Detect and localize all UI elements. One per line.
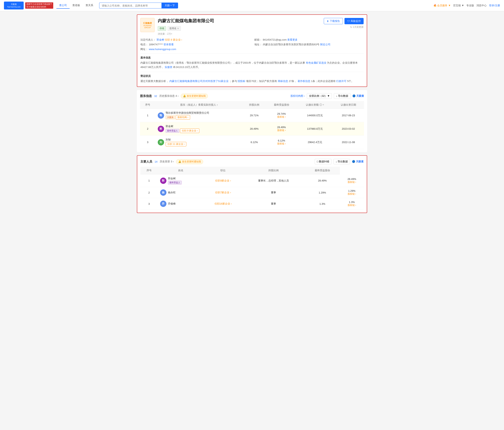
position-cell: 董事长，总经理，其他人员: [242, 174, 305, 187]
nav-tab-company[interactable]: 查公司: [56, 2, 70, 9]
equity-structure-link[interactable]: 股权结构图 ›: [290, 94, 305, 98]
company-card: 汇能集团 HUINENG GROUP 内蒙古汇能煤电集团有限公司 存续 曾用名 …: [137, 14, 367, 87]
nearby-company-link[interactable]: 附近公司: [320, 43, 331, 46]
tag-alias[interactable]: 曾用名 ∨: [168, 26, 181, 31]
history-execs-link[interactable]: 历史高管 3 ›: [160, 160, 174, 163]
nav-link-tools[interactable]: 百宝箱 ▼: [453, 4, 464, 7]
website-link[interactable]: www.huinenggroup.com: [149, 48, 176, 51]
legal-rep-link[interactable]: 郭金树: [157, 38, 164, 41]
copyright-link[interactable]: 著作权信息: [297, 80, 310, 83]
equity-chain-link[interactable]: 股权链 ›: [268, 142, 295, 145]
update-time: ↻ 1天前更新: [350, 26, 364, 29]
personnel-col-final: 最终受益股份: [305, 167, 340, 174]
ratio-filter-btn[interactable]: 全部比例（32）▼: [307, 93, 332, 99]
search-area: 天眼一下: [99, 3, 178, 9]
export-shareholders-btn[interactable]: ↓ 导出数据: [334, 93, 351, 99]
shareholder-cell: 刘 刘智 任职 11 家企业 ›: [158, 138, 240, 146]
row-no: 1: [140, 109, 155, 122]
download-report-btn[interactable]: ⬇ 下载报告: [324, 18, 343, 24]
equity-chain-link[interactable]: 股权链 ›: [268, 115, 295, 119]
personnel-alert-btn[interactable]: 🔔 发生变更时通知我: [176, 159, 203, 164]
nav-tab-boss[interactable]: 查老板: [70, 2, 83, 9]
shareholder-cell: 郭 郭金树 最终受益人 任职 9 家企业 ›: [158, 124, 240, 133]
table-row: 2 杨 杨永旺 任职7家企业 › 董事 1.29% 1.29% 股权链 ›: [140, 187, 364, 198]
jobs-link[interactable]: 任职7家企业 ›: [215, 191, 231, 194]
shareholder-cell: 鄂 鄂尔多斯市华源佳信商贸有限责任公司 大股东 股权结构 ›: [158, 111, 240, 120]
shield-icon: 🛡: [347, 20, 350, 23]
legal-rep-jobs-link[interactable]: 任职 9 家企业 ›: [165, 38, 182, 41]
row-no: 2: [140, 187, 158, 198]
avatar: 乔: [160, 201, 166, 207]
person-cell: 杨 杨永旺: [160, 189, 201, 196]
jobs-link[interactable]: 任职18家企业 ›: [215, 202, 232, 205]
data-correction-btn[interactable]: □ 数据纠错: [315, 159, 332, 164]
company-details: 法定代表人： 郭金树 任职 9 家企业 › 邮箱： 841454721@qq.c…: [140, 38, 364, 51]
shareholder-name[interactable]: 郭金树: [166, 124, 199, 128]
search-input[interactable]: [99, 3, 162, 9]
registered-date: 2022-11-08: [333, 136, 364, 149]
structure-link[interactable]: 股权结构 ›: [176, 115, 190, 120]
personnel-section: 主要人员 14 历史高管 3 › 🔔 发生变更时通知我 □ 数据纠错 ↓ 导出数…: [137, 155, 367, 213]
person-cell: 郭 郭金树 最终受益人: [160, 177, 201, 184]
email-more-link[interactable]: 查看更多: [287, 38, 297, 41]
jobs-link[interactable]: 任职9家企业 ›: [215, 179, 231, 182]
name-badge: 最终受益人: [168, 181, 182, 184]
investment-link[interactable]: 内蒙古汇能煤电集团有限公司共对外投资了51家企业: [169, 80, 229, 83]
position-cell: 董事: [242, 198, 305, 210]
nav-link-messages[interactable]: 消息中心: [477, 4, 487, 7]
shareholder-name[interactable]: 鄂尔多斯市华源佳信商贸有限责任公司: [166, 111, 209, 115]
equity-chain-link[interactable]: 股权链 ›: [342, 203, 361, 207]
position-cell: 董事: [242, 187, 305, 198]
equity-chain-link[interactable]: 股权链 ›: [342, 181, 361, 184]
trademark-link[interactable]: 商标信息: [278, 80, 288, 83]
row-no: 2: [140, 122, 155, 136]
basic-info-section: 基本信息 内蒙古汇能煤电集团有限公司（曾用名：鄂尔多斯市汇能煤业投资有限责任公司…: [140, 53, 364, 69]
row-no: 3: [140, 198, 158, 210]
login-register-btn[interactable]: 登录/注册: [489, 4, 500, 7]
shareholders-section: 股东信息 32 历史股东信息 4 › 🔔 发生变更时通知我 股权结构图 › 全部…: [137, 90, 367, 152]
industry-link[interactable]: 有色金属矿采选业: [306, 61, 326, 64]
structure-link[interactable]: 任职 9 家企业 ›: [180, 129, 199, 133]
ratio-cell: 1.3%: [305, 198, 340, 210]
member-service-btn[interactable]: 🔥 会员服务 ▼: [433, 4, 451, 7]
registered-capital: 144000.0万元: [297, 109, 333, 122]
person-name[interactable]: 郭金树: [168, 177, 182, 180]
ratio-cell: 29.71%: [243, 109, 266, 122]
search-button[interactable]: 天眼一下: [162, 3, 178, 9]
person-name[interactable]: 杨永旺: [168, 191, 176, 194]
final-pct: 1.3%: [342, 201, 361, 203]
ratio-cell: 28.49%: [305, 174, 340, 187]
operation-text: 通过天眼查大数据分析， 内蒙古汇能煤电集团有限公司共对外投资了51家企业 ；参与…: [140, 79, 364, 83]
structure-link[interactable]: 任职 11 家企业 ›: [166, 142, 186, 146]
gov-badge: 国家中小企业发展子基金旗下 官方备案企业征信机构: [25, 2, 53, 9]
avatar: 郭: [158, 126, 164, 132]
table-row: 3 乔 乔俊峰 任职18家企业 › 董事 1.3% 1.3% 股权链 ›: [140, 198, 364, 210]
shareholders-table: 序号 股东（发起人）查看实际控股人 › 持股比例 最终受益股份 认缴出资额 ⓘ …: [140, 101, 364, 149]
nav-tab-relation[interactable]: 查关系: [83, 2, 96, 9]
history-shareholders-link[interactable]: 历史股东信息 4 ›: [159, 94, 179, 98]
equity-chain-link[interactable]: 股权链 ›: [342, 192, 361, 196]
personnel-col-ratio: 持股比例: [242, 167, 305, 174]
person-name[interactable]: 乔俊峰: [168, 202, 176, 206]
bidding-link[interactable]: 招投标: [238, 80, 245, 83]
refresh-icon: ↻: [350, 26, 352, 29]
row-no: 1: [140, 174, 158, 187]
site-logo: 天眼查TianYanCha.com: [4, 1, 24, 9]
shareholder-name[interactable]: 刘智: [166, 138, 186, 141]
paid-capital-link[interactable]: 实缴资: [165, 66, 172, 69]
registered-date: 2017-06-23: [333, 109, 364, 122]
nav-link-pro[interactable]: 专业版: [466, 4, 474, 7]
phone-login-link[interactable]: 登录查看: [163, 43, 174, 46]
table-row: 3 刘 刘智 任职 11 家企业 › 6.12% 6.12% 股权链 › 296…: [140, 136, 364, 149]
shareholder-alert-btn[interactable]: 🔔 发生变更时通知我: [181, 94, 208, 98]
avatar: 刘: [158, 139, 164, 145]
col-final: 最终受益股份: [266, 101, 297, 109]
equity-chain-link[interactable]: 股权链 ›: [268, 129, 295, 132]
col-registered: 认缴出资额 ⓘ ÷: [297, 101, 333, 109]
export-personnel-btn[interactable]: ↓ 导出数据: [333, 159, 350, 164]
logo-area: 天眼查TianYanCha.com 国家中小企业发展子基金旗下 官方备案企业征信…: [4, 1, 53, 9]
license-link[interactable]: 行政许可: [336, 80, 346, 83]
header: 天眼查TianYanCha.com 国家中小企业发展子基金旗下 官方备案企业征信…: [0, 0, 504, 11]
registered-date: 2023-03-02: [333, 122, 364, 136]
risk-monitor-btn[interactable]: 🛡 风险监控: [344, 18, 364, 24]
